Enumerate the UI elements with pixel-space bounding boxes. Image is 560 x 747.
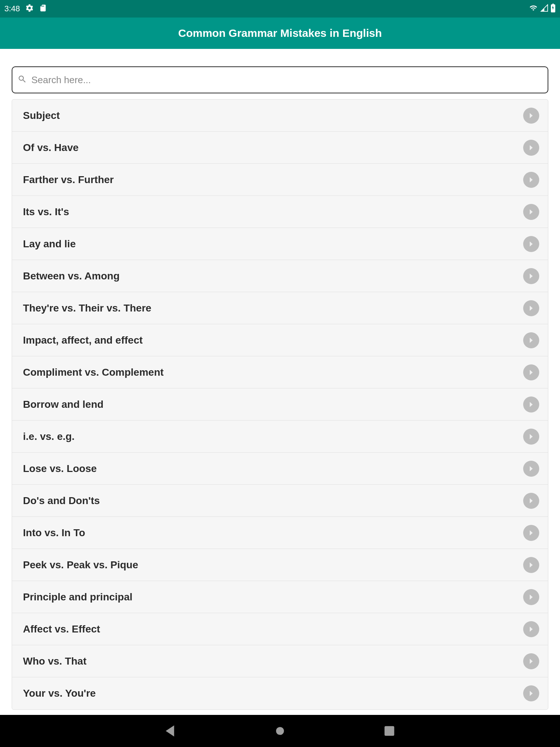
chevron-right-icon <box>523 557 539 573</box>
list-item[interactable]: Subject <box>12 100 548 132</box>
list-item[interactable]: Do's and Don'ts <box>12 485 548 517</box>
chevron-right-icon <box>523 108 539 124</box>
chevron-right-icon <box>523 429 539 445</box>
list-item[interactable]: Who vs. That <box>12 645 548 677</box>
list-item-label: Lay and lie <box>23 238 76 250</box>
list-item-label: They're vs. Their vs. There <box>23 302 151 314</box>
list-item[interactable]: Your vs. You're <box>12 677 548 709</box>
list-item-label: Your vs. You're <box>23 688 96 699</box>
list-item[interactable]: i.e. vs. e.g. <box>12 421 548 453</box>
chevron-right-icon <box>523 332 539 348</box>
list-item-label: Into vs. In To <box>23 527 85 539</box>
chevron-right-icon <box>523 396 539 413</box>
list-item[interactable]: Of vs. Have <box>12 132 548 164</box>
list-item-label: Compliment vs. Complement <box>23 367 164 378</box>
svg-rect-1 <box>385 726 394 736</box>
list-item[interactable]: Into vs. In To <box>12 517 548 549</box>
svg-point-0 <box>276 727 284 735</box>
list-item[interactable]: Lay and lie <box>12 228 548 260</box>
list-item[interactable]: Between vs. Among <box>12 260 548 292</box>
list-item[interactable]: Its vs. It's <box>12 196 548 228</box>
list-item-label: Borrow and lend <box>23 399 104 410</box>
chevron-right-icon <box>523 268 539 284</box>
chevron-right-icon <box>523 172 539 188</box>
status-left: 3:48 <box>4 4 47 14</box>
sd-card-icon <box>39 4 47 14</box>
list-item-label: Affect vs. Effect <box>23 623 100 635</box>
list-item-label: Its vs. It's <box>23 206 69 218</box>
status-time: 3:48 <box>4 4 20 13</box>
chevron-right-icon <box>523 685 539 701</box>
list-item-label: Farther vs. Further <box>23 174 114 186</box>
list-item-label: Impact, affect, and effect <box>23 334 143 346</box>
list-item[interactable]: Compliment vs. Complement <box>12 356 548 388</box>
list-item-label: Between vs. Among <box>23 270 120 282</box>
list-item-label: Peek vs. Peak vs. Pique <box>23 559 138 571</box>
chevron-right-icon <box>523 589 539 605</box>
chevron-right-icon <box>523 204 539 220</box>
list-item-label: Subject <box>23 110 60 121</box>
list-item-label: Who vs. That <box>23 655 86 667</box>
list-item-label: Do's and Don'ts <box>23 495 100 507</box>
chevron-right-icon <box>523 236 539 252</box>
chevron-right-icon <box>523 525 539 541</box>
list-item[interactable]: Impact, affect, and effect <box>12 324 548 356</box>
chevron-right-icon <box>523 364 539 380</box>
search-input[interactable] <box>31 74 542 86</box>
list-item-label: i.e. vs. e.g. <box>23 431 75 442</box>
list-item[interactable]: Farther vs. Further <box>12 164 548 196</box>
chevron-right-icon <box>523 461 539 477</box>
chevron-right-icon <box>523 653 539 669</box>
battery-icon <box>551 4 556 14</box>
list-item[interactable]: Affect vs. Effect <box>12 613 548 645</box>
chevron-right-icon <box>523 621 539 637</box>
list-item[interactable]: They're vs. Their vs. There <box>12 292 548 324</box>
list-item-label: Principle and principal <box>23 591 132 603</box>
chevron-right-icon <box>523 493 539 509</box>
list-item[interactable]: Borrow and lend <box>12 388 548 421</box>
page-title: Common Grammar Mistakes in English <box>178 27 382 39</box>
chevron-right-icon <box>523 140 539 156</box>
navigation-bar <box>0 715 560 747</box>
chevron-right-icon <box>523 300 539 316</box>
search-box[interactable] <box>12 66 548 93</box>
home-button[interactable] <box>269 720 291 742</box>
list-item[interactable]: Principle and principal <box>12 581 548 613</box>
search-container <box>0 49 560 99</box>
list-item[interactable]: Lose vs. Loose <box>12 453 548 485</box>
status-bar: 3:48 <box>0 0 560 18</box>
content-area: SubjectOf vs. HaveFarther vs. FurtherIts… <box>0 49 560 715</box>
list-item[interactable]: Peek vs. Peak vs. Pique <box>12 549 548 581</box>
wifi-icon <box>529 4 538 13</box>
app-bar: Common Grammar Mistakes in English <box>0 18 560 49</box>
topic-list: SubjectOf vs. HaveFarther vs. FurtherIts… <box>12 99 548 710</box>
list-item-label: Lose vs. Loose <box>23 463 97 475</box>
signal-icon <box>540 4 548 13</box>
status-right <box>529 4 556 14</box>
gear-icon <box>25 4 34 14</box>
search-icon <box>18 74 27 85</box>
list-item-label: Of vs. Have <box>23 142 79 154</box>
recent-apps-button[interactable] <box>378 720 400 742</box>
back-button[interactable] <box>160 720 182 742</box>
